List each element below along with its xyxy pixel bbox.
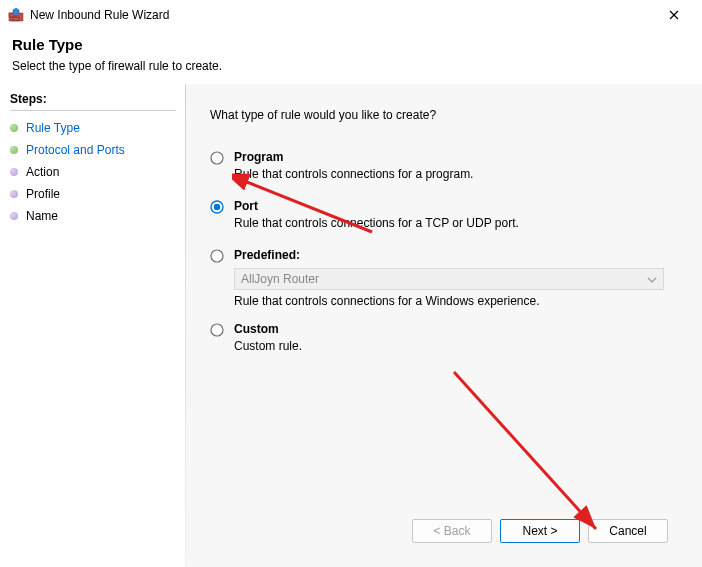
predefined-dropdown[interactable]: AllJoyn Router [234, 268, 664, 290]
option-label: Predefined: [234, 248, 682, 262]
next-button[interactable]: Next > [500, 519, 580, 543]
step-profile[interactable]: Profile [10, 183, 176, 205]
divider [10, 110, 176, 111]
option-label: Program [234, 150, 682, 164]
step-label: Name [26, 209, 58, 223]
chevron-down-icon [647, 272, 657, 286]
step-action[interactable]: Action [10, 161, 176, 183]
svg-point-4 [211, 152, 223, 164]
bullet-icon [10, 212, 18, 220]
svg-point-7 [211, 250, 223, 262]
option-desc: Rule that controls connections for a pro… [234, 167, 682, 181]
step-label: Rule Type [26, 121, 80, 135]
rule-type-options: Program Rule that controls connections f… [210, 150, 682, 511]
radio-unchecked-icon[interactable] [210, 323, 224, 337]
wizard-content: What type of rule would you like to crea… [186, 84, 702, 567]
page-title: Rule Type [12, 36, 690, 53]
steps-heading: Steps: [10, 92, 176, 106]
option-desc: Rule that controls connections for a Win… [234, 294, 682, 308]
back-button: < Back [412, 519, 492, 543]
option-desc: Custom rule. [234, 339, 682, 353]
radio-unchecked-icon[interactable] [210, 151, 224, 165]
bullet-icon [10, 124, 18, 132]
step-protocol-and-ports[interactable]: Protocol and Ports [10, 139, 176, 161]
svg-point-6 [214, 204, 220, 210]
radio-unchecked-icon[interactable] [210, 249, 224, 263]
option-desc: Rule that controls connections for a TCP… [234, 216, 682, 230]
bullet-icon [10, 168, 18, 176]
option-program[interactable]: Program Rule that controls connections f… [210, 150, 682, 181]
step-label: Protocol and Ports [26, 143, 125, 157]
option-label: Port [234, 199, 682, 213]
bullet-icon [10, 190, 18, 198]
option-label: Custom [234, 322, 682, 336]
option-port[interactable]: Port Rule that controls connections for … [210, 199, 682, 230]
svg-point-8 [211, 324, 223, 336]
firewall-icon [8, 7, 24, 23]
step-rule-type[interactable]: Rule Type [10, 117, 176, 139]
wizard-footer: < Back Next > Cancel [210, 511, 682, 553]
cancel-button[interactable]: Cancel [588, 519, 668, 543]
step-name[interactable]: Name [10, 205, 176, 227]
option-custom[interactable]: Custom Custom rule. [210, 322, 682, 353]
close-button[interactable] [654, 0, 694, 30]
option-predefined[interactable]: Predefined: AllJoyn Router Rule that con… [210, 248, 682, 308]
window-title: New Inbound Rule Wizard [30, 8, 169, 22]
wizard-header: Rule Type Select the type of firewall ru… [0, 30, 702, 84]
title-bar: New Inbound Rule Wizard [0, 0, 702, 30]
step-label: Action [26, 165, 59, 179]
dropdown-value: AllJoyn Router [241, 272, 319, 286]
close-icon [669, 10, 679, 20]
page-subtitle: Select the type of firewall rule to crea… [12, 59, 690, 73]
bullet-icon [10, 146, 18, 154]
prompt-text: What type of rule would you like to crea… [210, 108, 682, 122]
step-label: Profile [26, 187, 60, 201]
steps-sidebar: Steps: Rule Type Protocol and Ports Acti… [0, 84, 186, 567]
radio-checked-icon[interactable] [210, 200, 224, 214]
